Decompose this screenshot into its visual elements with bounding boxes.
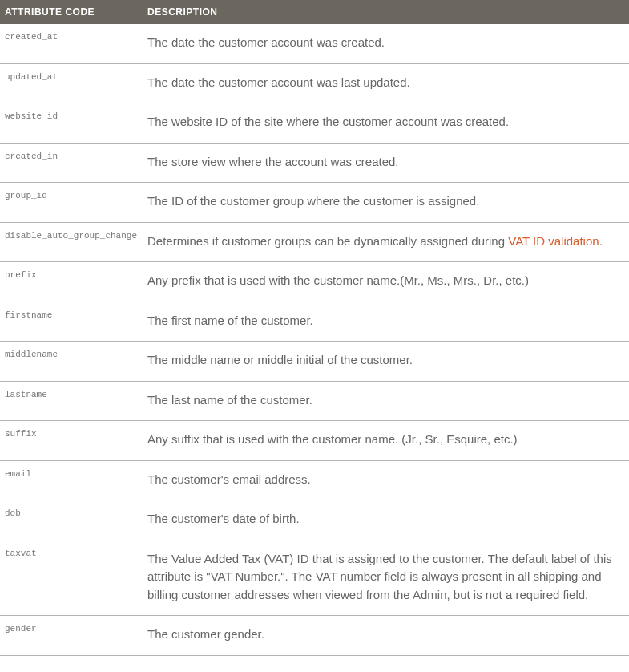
table-row: genderThe customer gender. <box>0 616 629 656</box>
table-row: disable_auto_group_changeDetermines if c… <box>0 222 629 262</box>
description-cell: The store view where the account was cre… <box>143 143 629 183</box>
description-cell: Any suffix that is used with the custome… <box>143 421 629 461</box>
description-cell: The date the customer account was create… <box>143 24 629 63</box>
table-row: updated_atThe date the customer account … <box>0 63 629 103</box>
attribute-code-cell: prefix <box>0 262 143 302</box>
description-cell: The Value Added Tax (VAT) ID that is ass… <box>143 540 629 616</box>
table-row: emailThe customer's email address. <box>0 460 629 500</box>
attribute-code-cell: updated_at <box>0 63 143 103</box>
table-row: middlenameThe middle name or middle init… <box>0 342 629 382</box>
header-attribute-code: ATTRIBUTE CODE <box>0 0 143 24</box>
attribute-code-cell: created_in <box>0 143 143 183</box>
description-cell: The middle name or middle initial of the… <box>143 342 629 382</box>
table-row: prefixAny prefix that is used with the c… <box>0 262 629 302</box>
table-row: created_inThe store view where the accou… <box>0 143 629 183</box>
description-text-post: . <box>599 234 603 248</box>
header-description: DESCRIPTION <box>143 0 629 24</box>
description-cell: Determines if customer groups can be dyn… <box>143 222 629 262</box>
description-cell: The customer's date of birth. <box>143 500 629 540</box>
attribute-code-cell: email <box>0 460 143 500</box>
attribute-code-cell: dob <box>0 500 143 540</box>
description-cell: The customer gender. <box>143 616 629 656</box>
description-text-pre: Determines if customer groups can be dyn… <box>147 234 508 248</box>
attribute-code-cell: suffix <box>0 421 143 461</box>
table-row: firstnameThe first name of the customer. <box>0 302 629 342</box>
table-header-row: ATTRIBUTE CODE DESCRIPTION <box>0 0 629 24</box>
attribute-code-cell: taxvat <box>0 540 143 616</box>
attribute-code-cell: website_id <box>0 103 143 144</box>
attribute-code-cell: middlename <box>0 342 143 382</box>
table-row: website_idThe website ID of the site whe… <box>0 103 629 144</box>
attribute-code-cell: disable_auto_group_change <box>0 222 143 262</box>
description-cell: The ID of the customer group where the c… <box>143 183 629 223</box>
description-cell: The customer's email address. <box>143 460 629 500</box>
table-row: taxvatThe Value Added Tax (VAT) ID that … <box>0 540 629 616</box>
attribute-code-cell: group_id <box>0 183 143 223</box>
description-cell: The first name of the customer. <box>143 302 629 342</box>
description-cell: The website ID of the site where the cus… <box>143 103 629 144</box>
attribute-code-cell: lastname <box>0 381 143 421</box>
attribute-code-cell: firstname <box>0 302 143 342</box>
table-row: lastnameThe last name of the customer. <box>0 381 629 421</box>
table-row: dobThe customer's date of birth. <box>0 500 629 540</box>
table-row: suffixAny suffix that is used with the c… <box>0 421 629 461</box>
description-cell: The date the customer account was last u… <box>143 63 629 103</box>
table-row: created_atThe date the customer account … <box>0 24 629 63</box>
table-body: created_atThe date the customer account … <box>0 24 629 655</box>
vat-id-validation-link[interactable]: VAT ID validation <box>508 234 599 248</box>
attribute-code-cell: gender <box>0 616 143 656</box>
description-cell: Any prefix that is used with the custome… <box>143 262 629 302</box>
attribute-code-cell: created_at <box>0 24 143 63</box>
table-row: group_idThe ID of the customer group whe… <box>0 183 629 223</box>
description-cell: The last name of the customer. <box>143 381 629 421</box>
attribute-table: ATTRIBUTE CODE DESCRIPTION created_atThe… <box>0 0 629 656</box>
